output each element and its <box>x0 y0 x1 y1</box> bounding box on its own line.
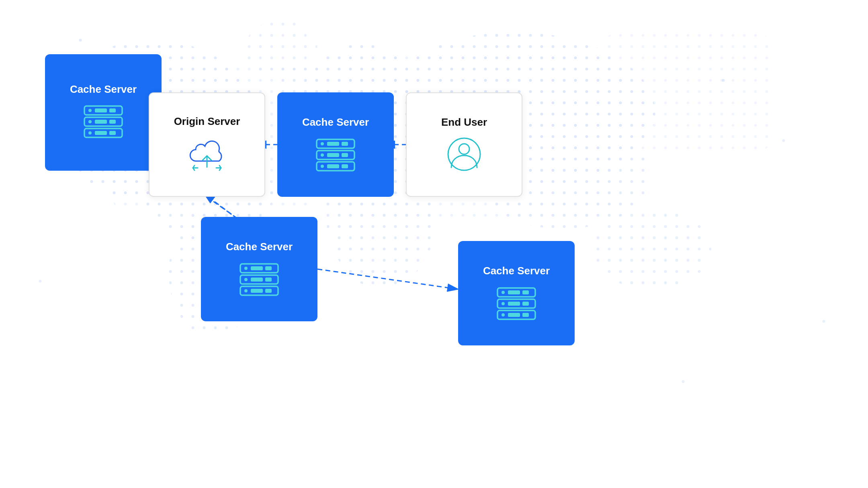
svg-rect-75 <box>508 313 520 317</box>
server-icon-bottom-center <box>237 261 281 297</box>
svg-rect-42 <box>342 142 348 146</box>
cache-server-center-label: Cache Server <box>302 116 369 129</box>
svg-rect-45 <box>327 153 339 157</box>
svg-point-44 <box>321 153 324 157</box>
svg-rect-27 <box>109 108 116 112</box>
server-icon-top-left <box>81 103 125 141</box>
end-user-label: End User <box>441 116 487 129</box>
svg-rect-30 <box>95 120 107 124</box>
svg-point-33 <box>88 131 92 135</box>
svg-point-18 <box>782 139 785 142</box>
svg-point-29 <box>88 120 92 123</box>
svg-rect-50 <box>342 164 348 168</box>
svg-point-52 <box>459 144 469 154</box>
svg-rect-49 <box>327 164 339 168</box>
origin-server: Origin Server <box>149 92 265 197</box>
svg-rect-26 <box>95 108 107 112</box>
cache-server-bottom-center: Cache Server <box>201 217 317 321</box>
diagram-container: Cache Server Origi <box>0 0 868 488</box>
svg-point-74 <box>502 313 505 316</box>
svg-point-66 <box>502 291 505 294</box>
cache-server-center: Cache Server <box>277 92 394 197</box>
svg-rect-35 <box>109 131 116 135</box>
cache-server-bottom-right-label: Cache Server <box>483 265 550 277</box>
svg-rect-31 <box>109 120 116 124</box>
svg-rect-63 <box>251 289 263 293</box>
svg-point-40 <box>321 142 324 145</box>
svg-rect-67 <box>508 290 520 294</box>
svg-point-70 <box>502 302 505 305</box>
server-icon-center <box>313 136 358 172</box>
svg-point-25 <box>88 109 92 112</box>
svg-point-48 <box>321 165 324 168</box>
svg-rect-34 <box>95 131 107 135</box>
svg-rect-41 <box>327 142 339 146</box>
origin-server-label: Origin Server <box>174 115 240 128</box>
svg-rect-59 <box>251 278 263 282</box>
svg-point-8 <box>591 209 711 289</box>
server-icon-bottom-right <box>494 285 538 321</box>
cache-server-bottom-center-label: Cache Server <box>226 241 293 253</box>
svg-point-21 <box>682 380 685 383</box>
svg-rect-55 <box>251 266 263 270</box>
svg-rect-56 <box>265 266 272 270</box>
svg-point-19 <box>39 280 42 283</box>
svg-rect-72 <box>522 302 529 306</box>
svg-rect-46 <box>342 153 348 157</box>
svg-rect-60 <box>265 278 272 282</box>
svg-point-20 <box>823 320 825 323</box>
svg-rect-64 <box>265 289 272 293</box>
svg-rect-14 <box>603 32 772 153</box>
cache-server-top-left: Cache Server <box>45 54 162 171</box>
cache-server-bottom-right: Cache Server <box>458 241 575 345</box>
svg-point-62 <box>244 289 248 292</box>
svg-point-17 <box>722 79 725 82</box>
user-icon <box>444 136 484 172</box>
cloud-icon <box>185 135 229 173</box>
svg-point-58 <box>244 278 248 281</box>
end-user: End User <box>406 92 522 197</box>
svg-point-54 <box>244 267 248 270</box>
svg-rect-71 <box>508 302 520 306</box>
svg-rect-68 <box>522 290 529 294</box>
cache-server-top-left-label: Cache Server <box>70 83 137 96</box>
svg-point-9 <box>245 20 317 76</box>
arrow-cache-bottom-center-to-cache-bottom-right <box>317 269 458 289</box>
svg-point-16 <box>79 39 82 42</box>
svg-rect-76 <box>522 313 529 317</box>
